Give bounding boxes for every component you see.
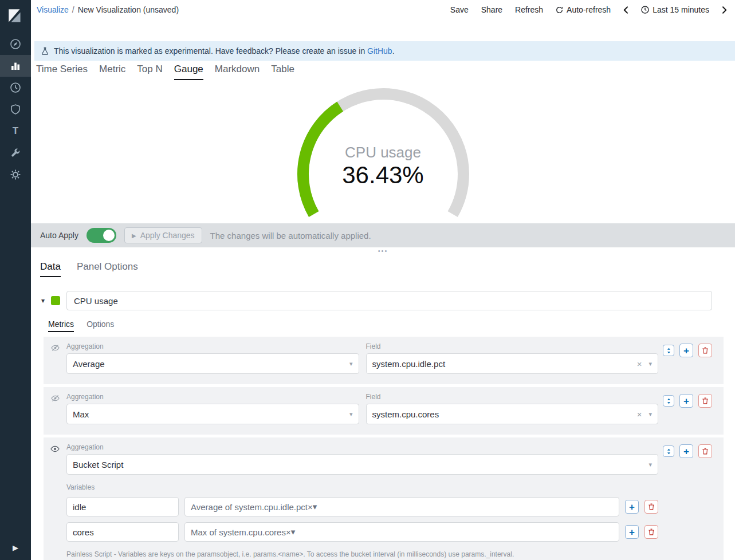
bar-chart-icon: [10, 60, 21, 72]
delete-variable-button[interactable]: [644, 525, 658, 539]
plus-icon: +: [683, 447, 689, 456]
trash-icon: [648, 503, 655, 510]
tab-options[interactable]: Options: [87, 320, 114, 332]
plus-icon: +: [629, 527, 635, 537]
gauge-text: CPU usage 36.43%: [294, 143, 472, 189]
series-header-row: ▾: [41, 291, 712, 310]
wrench-icon: [10, 148, 21, 159]
clear-x-icon[interactable]: ×: [637, 409, 642, 419]
sidebar-expand-button[interactable]: ▶: [0, 537, 31, 558]
tab-metric[interactable]: Metric: [99, 64, 125, 80]
series-label-input[interactable]: [66, 291, 712, 310]
sidebar-item-dev-tools[interactable]: [0, 142, 31, 164]
variable-row: Average of system.cpu.idle.pct × ▾ +: [66, 497, 658, 516]
add-variable-button[interactable]: +: [625, 525, 639, 539]
experimental-banner: This visualization is marked as experime…: [34, 41, 735, 61]
play-icon: ▶: [132, 232, 136, 239]
tab-metrics[interactable]: Metrics: [48, 320, 74, 332]
top-bar: Visualize / New Visualization (unsaved) …: [31, 0, 735, 41]
aggregation-select[interactable]: Bucket Script ▾: [66, 454, 658, 475]
time-forward-button[interactable]: [722, 6, 727, 14]
metric-row: Aggregation Average ▾ Field system.cpu.i…: [44, 337, 724, 384]
letter-t-icon: T: [13, 125, 18, 137]
tab-markdown[interactable]: Markdown: [215, 64, 260, 80]
reorder-metric-button[interactable]: [663, 395, 674, 407]
clear-x-icon[interactable]: ×: [637, 359, 642, 369]
sidebar-item-management[interactable]: [0, 164, 31, 186]
series-color-swatch[interactable]: [51, 296, 60, 305]
delete-metric-button[interactable]: [698, 344, 712, 357]
sidebar-item-visualize[interactable]: [0, 55, 31, 77]
github-link[interactable]: GitHub: [367, 46, 392, 56]
aggregation-select[interactable]: Average ▾: [66, 353, 359, 374]
painless-script-help: Painless Script - Variables are keys on …: [66, 550, 658, 558]
reorder-metric-button[interactable]: [663, 445, 674, 457]
kibana-logo[interactable]: [0, 0, 31, 33]
tab-time-series[interactable]: Time Series: [36, 64, 88, 80]
main-area: Visualize / New Visualization (unsaved) …: [31, 0, 735, 560]
auto-apply-label: Auto Apply: [40, 231, 78, 240]
aggregation-label: Aggregation: [66, 342, 359, 350]
clear-x-icon[interactable]: ×: [286, 527, 291, 537]
visualization-area: CPU usage 36.43%: [31, 80, 735, 223]
aggregation-select[interactable]: Max ▾: [66, 404, 359, 424]
metric-visibility-toggle[interactable]: [48, 443, 62, 560]
aggregation-label: Aggregation: [66, 443, 658, 451]
tab-data[interactable]: Data: [40, 261, 61, 277]
reorder-metric-button[interactable]: [663, 345, 674, 356]
chevron-down-icon: ▾: [349, 411, 353, 418]
time-range-button[interactable]: Last 15 minutes: [641, 5, 709, 14]
share-button[interactable]: Share: [481, 5, 502, 14]
sidebar-item-discover[interactable]: [0, 33, 31, 55]
add-metric-button[interactable]: +: [679, 394, 693, 408]
chevron-right-icon: [722, 6, 727, 14]
metric-visibility-toggle[interactable]: [48, 393, 62, 424]
sidebar-item-timelion[interactable]: [0, 77, 31, 98]
trash-icon: [648, 529, 655, 535]
gear-icon: [10, 169, 21, 180]
compass-icon: [10, 38, 21, 50]
variable-metric-combobox[interactable]: Max of system.cpu.cores × ▾: [184, 522, 619, 542]
delete-metric-button[interactable]: [698, 444, 712, 458]
field-combobox[interactable]: system.cpu.cores × ▾: [366, 404, 659, 424]
refresh-button[interactable]: Refresh: [515, 5, 543, 14]
sidebar-item-security[interactable]: [0, 98, 31, 120]
metric-row: Aggregation Bucket Script ▾ Variables Av…: [44, 437, 724, 560]
auto-apply-toggle[interactable]: [87, 228, 116, 243]
delete-variable-button[interactable]: [644, 500, 658, 514]
auto-refresh-button[interactable]: Auto-refresh: [556, 5, 611, 14]
tab-top-n[interactable]: Top N: [137, 64, 162, 80]
plus-icon: +: [683, 396, 689, 406]
tab-gauge[interactable]: Gauge: [174, 64, 203, 80]
apply-changes-button[interactable]: ▶ Apply Changes: [124, 227, 202, 243]
panel-resize-handle[interactable]: •••: [31, 247, 735, 255]
sidebar-item-apm[interactable]: T: [0, 120, 31, 142]
add-metric-button[interactable]: +: [679, 344, 693, 357]
chevron-down-icon: ▾: [349, 360, 353, 368]
app-sidebar: T ▶: [0, 0, 31, 560]
sort-icon: [666, 348, 672, 354]
clear-x-icon[interactable]: ×: [308, 502, 313, 512]
chevron-down-icon[interactable]: ▾: [41, 297, 45, 305]
save-button[interactable]: Save: [450, 5, 469, 14]
variable-name-input[interactable]: [66, 522, 179, 542]
auto-apply-note: The changes will be automatically applie…: [210, 231, 371, 240]
gauge-value: 36.43%: [294, 161, 472, 189]
breadcrumb-visualize-link[interactable]: Visualize: [37, 5, 69, 14]
add-metric-button[interactable]: +: [679, 444, 693, 458]
add-variable-button[interactable]: +: [625, 500, 639, 514]
metric-visibility-toggle[interactable]: [48, 342, 62, 374]
tab-panel-options[interactable]: Panel Options: [77, 261, 138, 277]
variable-metric-combobox[interactable]: Average of system.cpu.idle.pct × ▾: [184, 497, 619, 516]
delete-metric-button[interactable]: [698, 394, 712, 408]
auto-apply-bar: Auto Apply ▶ Apply Changes The changes w…: [31, 223, 735, 247]
clock-icon: [641, 6, 649, 14]
top-actions: Save Share Refresh Auto-refresh Last 15 …: [450, 5, 727, 14]
field-label: Field: [366, 342, 659, 350]
field-combobox[interactable]: system.cpu.idle.pct × ▾: [366, 353, 659, 374]
flask-icon: [41, 47, 49, 56]
tab-table[interactable]: Table: [271, 64, 294, 80]
plus-icon: +: [683, 346, 689, 356]
variable-name-input[interactable]: [66, 497, 179, 516]
time-back-button[interactable]: [623, 6, 628, 14]
